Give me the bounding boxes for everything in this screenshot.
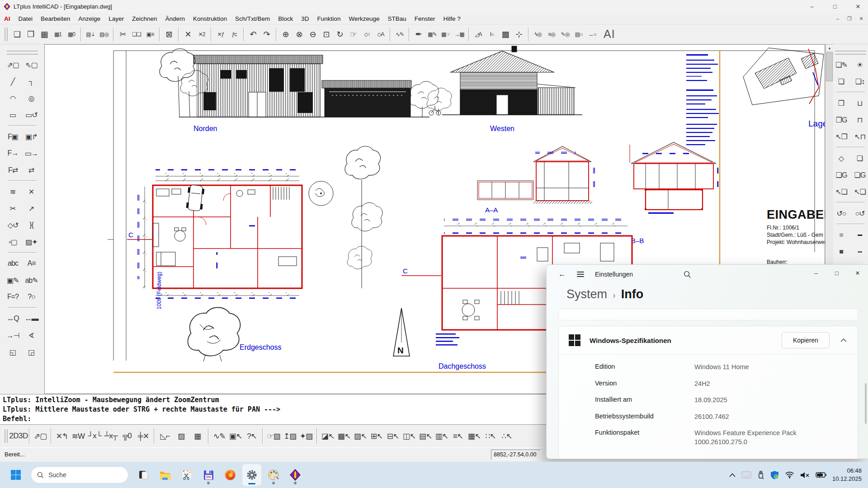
- zoom-window-icon[interactable]: ⊡: [320, 27, 333, 42]
- match-properties-icon[interactable]: ▤○: [572, 27, 585, 42]
- save-as-0-icon[interactable]: ▦0: [65, 27, 78, 42]
- intersect-icon[interactable]: ✕: [23, 184, 40, 199]
- delete-selection-icon[interactable]: ⊠: [162, 27, 176, 42]
- move-block-icon[interactable]: ⇗▢: [5, 57, 22, 72]
- lift-hatch-icon[interactable]: ↥▨: [282, 427, 298, 445]
- minimize-button[interactable]: –: [802, 0, 822, 13]
- layer-lock-icon[interactable]: ⊓: [851, 112, 868, 127]
- dimension-fill-icon[interactable]: ↔▬: [23, 311, 40, 326]
- selection-box-icon[interactable]: ▫▢: [5, 234, 22, 249]
- layer-freeze-g-icon[interactable]: ❐G: [833, 112, 850, 127]
- maximize-button[interactable]: □: [825, 0, 845, 13]
- layer-pick-icon[interactable]: ↖❏: [833, 184, 850, 199]
- breadcrumb-system[interactable]: System: [566, 287, 607, 301]
- save-as-1-icon[interactable]: ▦1: [51, 27, 65, 42]
- chevron-up-icon[interactable]: [840, 338, 847, 342]
- object-layer-icon[interactable]: ○↺: [851, 206, 868, 221]
- menu-sch-txt-bem[interactable]: Sch/Txt/Bem: [231, 14, 274, 23]
- menu-anzeige[interactable]: Anzeige: [74, 14, 104, 23]
- pattern-dots-icon[interactable]: ∷↖: [482, 427, 499, 445]
- scroll-up-icon[interactable]: ▲: [826, 44, 834, 52]
- pattern-vlines-icon[interactable]: ▥↖: [434, 427, 450, 445]
- dimension-box-2-icon[interactable]: ◲: [23, 344, 40, 360]
- layer-pick-gray-icon[interactable]: ↖❐: [833, 129, 850, 144]
- print-preview-icon[interactable]: ▤◎: [97, 27, 111, 42]
- copy-button[interactable]: Kopieren: [782, 332, 830, 348]
- move-block-grip-icon[interactable]: ⇖▢: [23, 57, 40, 72]
- circle-icon[interactable]: ◎: [23, 90, 40, 106]
- menu-block[interactable]: Block: [274, 14, 297, 23]
- spell-check-icon[interactable]: ✎◎: [558, 27, 572, 42]
- pattern-hand-icon[interactable]: ▦☞: [439, 27, 453, 42]
- scrollbar-thumb[interactable]: [826, 52, 833, 81]
- ltplus-app[interactable]: [286, 464, 305, 486]
- windows-security-shield-icon[interactable]: [770, 470, 779, 479]
- wall-cut-icon[interactable]: ╪✕: [135, 427, 151, 445]
- layer-gray-icon[interactable]: ❐: [833, 95, 850, 111]
- field-formula-icon[interactable]: F=?: [5, 289, 22, 305]
- distance-icon[interactable]: ↔○: [585, 27, 599, 42]
- color-light-swatch[interactable]: ■: [833, 227, 850, 243]
- pattern-diagonal-icon[interactable]: ◪↖: [320, 427, 336, 445]
- pattern-spray-icon[interactable]: ∴↖: [499, 427, 515, 445]
- menu-fenster[interactable]: Fenster: [410, 14, 439, 23]
- text-abc-icon[interactable]: abc: [5, 256, 22, 271]
- line-icon[interactable]: ╱: [5, 74, 22, 89]
- doc-minimize-button[interactable]: –: [833, 14, 843, 23]
- swap-icon[interactable]: ⇄: [23, 162, 40, 178]
- redo-icon[interactable]: ↷: [260, 27, 274, 42]
- menu-layer[interactable]: Layer: [104, 14, 128, 23]
- polyline-icon[interactable]: ┐: [23, 74, 40, 89]
- hatch-fill-icon[interactable]: ▨: [173, 427, 189, 445]
- erase-icon[interactable]: ✕: [181, 27, 195, 42]
- joint-xr-icon[interactable]: ┴x┬: [103, 427, 119, 445]
- help-pick-icon[interactable]: ?↖: [244, 427, 260, 445]
- layer-off-icon[interactable]: ◇: [833, 150, 850, 166]
- extend-icon[interactable]: ↗: [23, 201, 40, 216]
- linetype-dashed-icon[interactable]: ┅: [851, 244, 868, 259]
- pattern-door-icon[interactable]: ◫↖: [401, 427, 417, 445]
- menu-funktion[interactable]: Funktion: [313, 14, 345, 23]
- dimension-q-icon[interactable]: ↔Q: [5, 311, 22, 326]
- linetype-solid-icon[interactable]: ━: [851, 227, 868, 243]
- search-icon[interactable]: [684, 271, 691, 278]
- magic-hatch-icon[interactable]: ✦▨: [298, 427, 314, 445]
- menu-ai[interactable]: AI: [0, 14, 14, 23]
- text-edit-icon[interactable]: ab✎: [23, 272, 40, 288]
- tray-chevron-up-icon[interactable]: [729, 473, 736, 477]
- rotate-icon[interactable]: ◇↺: [5, 217, 22, 233]
- hatch-pick-icon[interactable]: ▨✦: [23, 234, 40, 249]
- settings-maximize-button[interactable]: □: [826, 265, 847, 281]
- undo-x-icon[interactable]: ✕↰: [54, 427, 70, 445]
- match-layer-icon[interactable]: ↺○: [833, 206, 850, 221]
- open-file-icon[interactable]: ❒: [24, 27, 38, 42]
- dimension-arrow-icon[interactable]: →⊣: [5, 328, 22, 343]
- layer-unlock-icon[interactable]: ⊔: [851, 95, 868, 111]
- move-grip-icon[interactable]: ▭→: [23, 145, 40, 161]
- menu-datei[interactable]: Datei: [14, 14, 37, 23]
- file-explorer-app[interactable]: [156, 464, 175, 486]
- layer-order-icon[interactable]: ❏↕: [851, 74, 868, 89]
- menu-stbau[interactable]: STBau: [383, 14, 410, 23]
- settings-close-button[interactable]: ✕: [847, 265, 868, 281]
- arc-icon[interactable]: ◠: [5, 90, 22, 106]
- undo-object-icon[interactable]: ✕ƒ: [214, 27, 227, 42]
- menu-aendern[interactable]: Ändern: [161, 14, 189, 23]
- paste-icon[interactable]: ▣≡: [143, 27, 157, 42]
- zoom-in-icon[interactable]: ⊕: [279, 27, 292, 42]
- layers-icon[interactable]: ❏: [833, 74, 850, 89]
- menu-bearbeiten[interactable]: Bearbeiten: [37, 14, 74, 23]
- menu-3d[interactable]: 3D: [297, 14, 313, 23]
- settings-app[interactable]: [242, 464, 261, 486]
- hamburger-menu-icon[interactable]: [577, 272, 584, 277]
- erase-2-icon[interactable]: ✕2: [195, 27, 208, 42]
- query-point-icon[interactable]: ?○: [23, 289, 40, 305]
- task-view-app[interactable]: [134, 464, 153, 486]
- doc-close-button[interactable]: ✕: [856, 14, 866, 23]
- print-icon[interactable]: ▤⇣: [84, 27, 97, 42]
- color-dark-swatch[interactable]: ■: [833, 244, 850, 259]
- break-icon[interactable]: }{: [23, 217, 40, 233]
- render-shade-icon[interactable]: ▩: [499, 27, 512, 42]
- pattern-quad-icon[interactable]: ⊟↖: [385, 427, 401, 445]
- view-a-icon[interactable]: ◇A: [374, 27, 387, 42]
